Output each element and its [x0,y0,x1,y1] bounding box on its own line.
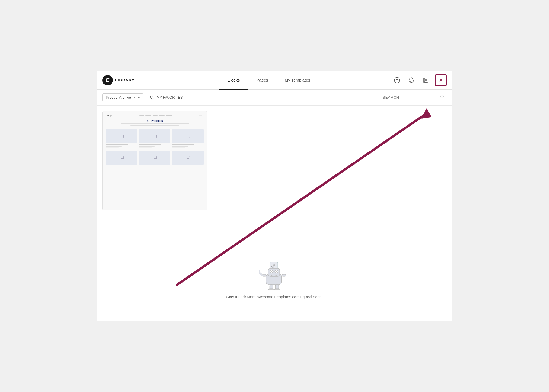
mini-icon-2 [201,115,202,116]
logo-text: LIBRARY [115,78,135,82]
svg-line-23 [259,271,260,273]
library-modal: E LIBRARY Blocks Pages My Templates [97,71,452,321]
mini-product-1 [106,129,137,148]
mini-product-price-2 [139,146,155,147]
mini-logo: Logo [107,115,112,117]
svg-rect-3 [425,78,427,79]
sync-button[interactable] [406,75,416,85]
empty-state: Stay tuned! More awesome templates comin… [226,260,323,299]
category-filter[interactable]: Product Archive × ▾ [102,93,143,101]
mini-products-row1 [106,129,204,148]
filter-dropdown-icon: ▾ [138,96,140,99]
mini-product-price-3 [172,146,188,147]
empty-state-text: Stay tuned! More awesome templates comin… [226,295,323,299]
search-icon[interactable] [440,95,444,100]
mini-product-4 [106,151,137,165]
mini-product-img-4 [106,151,137,165]
modal-header: E LIBRARY Blocks Pages My Templates [97,71,452,90]
mini-link-1 [139,115,144,116]
svg-point-29 [273,264,275,266]
mini-nav-icons [199,115,202,116]
mini-img-ph-3 [186,135,190,138]
mini-hero: All Products [106,119,204,126]
mini-product-6 [172,151,204,165]
template-card[interactable]: Logo [102,111,207,210]
mini-link-4 [159,115,165,116]
search-input[interactable] [383,95,438,100]
search-area [380,93,447,101]
mini-hero-sub1 [121,123,189,124]
mini-product-title-2 [139,144,161,145]
favorites-filter[interactable]: MY FAVORITES [149,94,184,101]
mini-nav: Logo [106,115,204,117]
toolbar: Product Archive × ▾ MY FAVORITES [97,90,452,106]
svg-point-15 [271,271,272,272]
svg-rect-27 [274,289,279,290]
templates-grid: Logo [102,111,447,210]
svg-line-7 [443,98,444,99]
elementor-logo-icon: E [102,75,113,85]
logo-area: E LIBRARY [102,75,135,85]
mini-img-ph-1 [120,135,124,138]
tab-pages[interactable]: Pages [248,71,276,90]
svg-rect-4 [424,81,427,82]
content-area: Logo [97,106,452,321]
save-button[interactable] [421,75,431,85]
robot-icon [257,260,292,290]
upload-button[interactable] [392,75,402,85]
svg-rect-26 [268,289,273,290]
mini-product-img-2 [139,129,170,143]
svg-point-6 [441,95,443,98]
mini-hero-title: All Products [106,119,204,122]
mini-link-5 [166,115,172,116]
mini-img-ph-6 [186,156,190,159]
mini-product-5 [139,151,170,165]
mini-product-img-1 [106,129,137,143]
mini-product-title-1 [106,144,128,145]
tab-blocks[interactable]: Blocks [219,71,248,90]
mini-hero-sub2 [130,125,179,126]
mini-product-title-3 [172,144,194,145]
header-actions: × [392,74,447,86]
mini-product-img-6 [172,151,204,165]
nav-tabs: Blocks Pages My Templates [146,71,392,89]
mini-link-2 [145,115,151,116]
mini-icon-1 [199,115,201,116]
mini-link-3 [153,115,158,116]
svg-rect-21 [282,274,286,276]
mini-product-3 [172,129,204,148]
mini-img-ph-4 [120,156,124,159]
mini-img-ph-2 [153,135,157,138]
mini-product-img-3 [172,129,204,143]
mini-nav-links [139,115,172,116]
card-preview: Logo [103,111,207,210]
mini-product-price-1 [106,146,122,147]
mini-product-img-5 [139,151,170,165]
tab-my-templates[interactable]: My Templates [276,71,318,90]
svg-point-16 [276,271,277,272]
mini-img-ph-5 [153,156,157,159]
close-button[interactable]: × [435,74,447,86]
mini-products-row2 [106,151,204,165]
mini-product-2 [139,129,170,148]
clear-filter-button[interactable]: × [133,95,135,100]
